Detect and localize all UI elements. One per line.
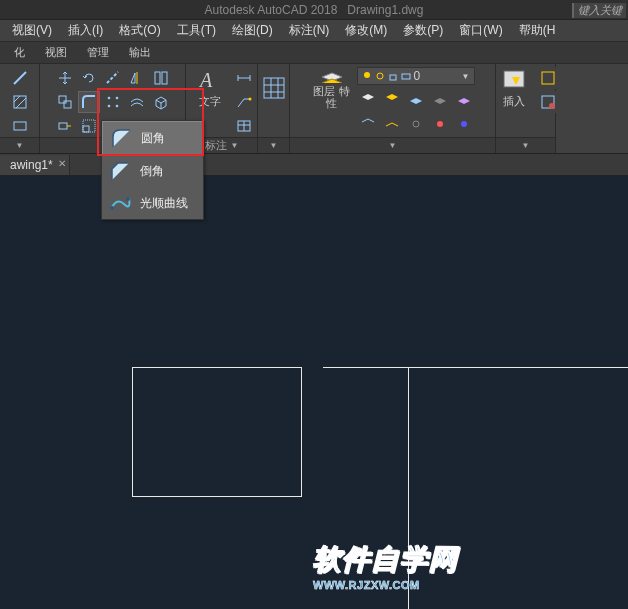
panel-draw: ▼: [0, 64, 40, 153]
lightbulb-icon: [362, 71, 372, 81]
insert-block-icon[interactable]: 插入: [493, 67, 535, 109]
menu-dimension[interactable]: 标注(N): [281, 20, 338, 41]
svg-rect-15: [59, 123, 67, 129]
panel-block: 插入 ▼: [496, 64, 556, 153]
ribbon-tab-1[interactable]: 化: [4, 43, 35, 62]
svg-line-5: [107, 72, 118, 83]
fillet-button[interactable]: [78, 91, 100, 113]
svg-rect-38: [390, 75, 396, 80]
stretch-icon[interactable]: [54, 115, 76, 137]
more-1-icon[interactable]: [150, 67, 172, 89]
menubar: 视图(V) 插入(I) 格式(O) 工具(T) 绘图(D) 标注(N) 修改(M…: [0, 20, 628, 42]
menu-tools[interactable]: 工具(T): [169, 20, 224, 41]
edit-block-icon[interactable]: [537, 91, 559, 113]
menu-draw[interactable]: 绘图(D): [224, 20, 281, 41]
layer-state-icon[interactable]: [357, 88, 379, 110]
menu-format[interactable]: 格式(O): [111, 20, 168, 41]
menu-view[interactable]: 视图(V): [4, 20, 60, 41]
dimension-icon[interactable]: [233, 67, 255, 89]
hatch-icon[interactable]: [9, 91, 31, 113]
svg-point-11: [107, 97, 110, 100]
panel-layers-label[interactable]: ▼: [290, 137, 495, 153]
svg-point-42: [461, 121, 467, 127]
layer-on-icon[interactable]: [429, 113, 451, 135]
svg-point-48: [126, 197, 130, 201]
svg-point-13: [107, 105, 110, 108]
layer-prev-icon[interactable]: [381, 113, 403, 135]
ribbon-tab-output[interactable]: 输出: [119, 43, 161, 62]
trim-icon[interactable]: [102, 67, 124, 89]
menu-insert[interactable]: 插入(I): [60, 20, 111, 41]
svg-rect-8: [162, 72, 167, 84]
line-icon[interactable]: [9, 67, 31, 89]
svg-rect-7: [155, 72, 160, 84]
watermark-sub: WWW.RJZXW.COM: [313, 579, 489, 591]
layer-iso-icon[interactable]: [381, 88, 403, 110]
panel-block-label[interactable]: ▼: [496, 137, 555, 153]
document-tab-1[interactable]: awing1* ✕: [0, 155, 70, 175]
svg-line-2: [14, 96, 20, 102]
ribbon-tab-manage[interactable]: 管理: [77, 43, 119, 62]
panel-grid-label[interactable]: ▼: [258, 137, 289, 153]
panel-draw-label[interactable]: ▼: [0, 137, 39, 153]
layer-properties-icon[interactable]: 图层 特性: [311, 67, 353, 109]
search-box[interactable]: 键入关键: [572, 3, 626, 18]
layer-freeze-icon[interactable]: [405, 88, 427, 110]
blend-icon: [108, 191, 132, 215]
layer-selector[interactable]: 0 ▼: [357, 67, 475, 85]
svg-point-46: [549, 103, 555, 109]
dropdown-chamfer[interactable]: 倒角: [102, 155, 203, 187]
close-icon[interactable]: ✕: [58, 158, 66, 169]
layer-make-icon[interactable]: [357, 113, 379, 135]
ribbon-tabs: 化 视图 管理 输出: [0, 42, 628, 64]
svg-point-27: [248, 98, 251, 101]
drawing-canvas[interactable]: 软件自学网 WWW.RJZXW.COM: [0, 176, 628, 609]
svg-rect-4: [14, 122, 26, 130]
rotate-icon[interactable]: [78, 67, 100, 89]
watermark-main: 软件自学网: [313, 541, 489, 579]
plot-icon: [401, 71, 411, 81]
ribbon-tab-view[interactable]: 视图: [35, 43, 77, 62]
table-large-icon[interactable]: [261, 75, 287, 101]
text-big-icon[interactable]: A 文字: [189, 67, 231, 109]
drawn-line-top: [323, 367, 628, 368]
leader-icon[interactable]: [233, 91, 255, 113]
cube-icon[interactable]: [150, 91, 172, 113]
table-icon[interactable]: [233, 115, 255, 137]
layer-thaw-icon[interactable]: [453, 113, 475, 135]
svg-rect-39: [402, 74, 410, 79]
fillet-dropdown: 圆角 倒角 光顺曲线: [101, 120, 204, 220]
dropdown-blend[interactable]: 光顺曲线: [102, 187, 203, 219]
move-icon[interactable]: [54, 67, 76, 89]
chamfer-icon: [108, 159, 132, 183]
scale-icon[interactable]: [78, 115, 100, 137]
watermark: 软件自学网 WWW.RJZXW.COM: [313, 541, 489, 585]
sun-icon: [375, 71, 385, 81]
copy-icon[interactable]: [54, 91, 76, 113]
document-tabs: awing1* ✕: [0, 154, 628, 176]
layer-lock-icon[interactable]: [429, 88, 451, 110]
dropdown-fillet[interactable]: 圆角: [102, 121, 203, 155]
offset-icon[interactable]: [126, 91, 148, 113]
menu-parametric[interactable]: 参数(P): [395, 20, 451, 41]
svg-point-41: [437, 121, 443, 127]
menu-help[interactable]: 帮助(H: [511, 20, 564, 41]
array-icon[interactable]: [102, 91, 124, 113]
dropdown-fillet-label: 圆角: [141, 130, 165, 147]
svg-rect-10: [64, 101, 71, 108]
menu-modify[interactable]: 修改(M): [337, 20, 395, 41]
dropdown-chamfer-label: 倒角: [140, 163, 164, 180]
svg-point-40: [413, 121, 419, 127]
svg-rect-9: [59, 96, 66, 103]
rect-icon[interactable]: [9, 115, 31, 137]
layer-match-icon[interactable]: [453, 88, 475, 110]
layer-off-icon[interactable]: [405, 113, 427, 135]
create-block-icon[interactable]: [537, 67, 559, 89]
mirror-icon[interactable]: [126, 67, 148, 89]
fillet-icon: [109, 126, 133, 150]
svg-rect-44: [542, 72, 554, 84]
lock-icon: [388, 71, 398, 81]
menu-window[interactable]: 窗口(W): [451, 20, 510, 41]
svg-point-36: [364, 72, 370, 78]
drawn-line-vertical: [408, 367, 409, 609]
